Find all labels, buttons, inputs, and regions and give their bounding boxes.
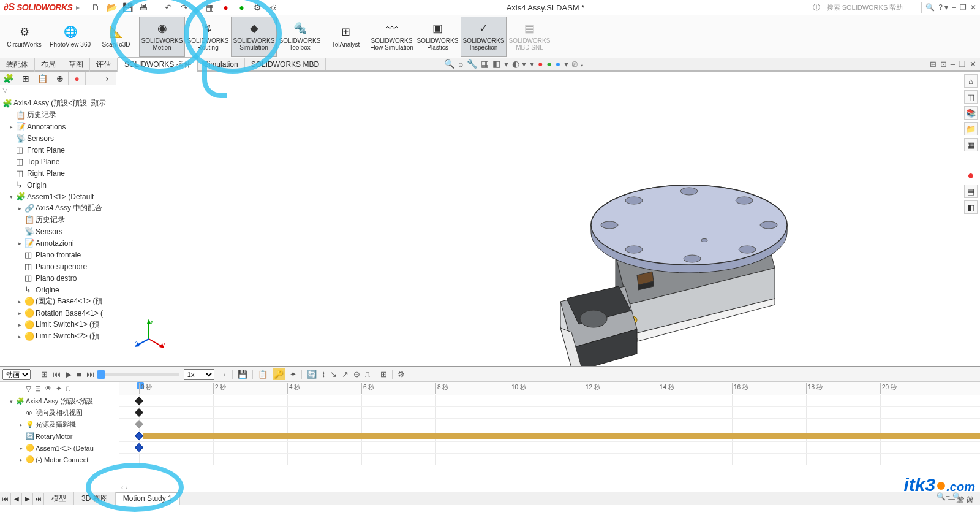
bottom-tab-2[interactable]: Motion Study 1 (116, 492, 180, 505)
search-icon[interactable]: 🔍 (925, 3, 935, 12)
motion-type-select[interactable]: 动画 (2, 369, 31, 380)
close-icon[interactable]: ✕ (970, 3, 976, 12)
tree-item[interactable]: ◫Front Plane (0, 144, 116, 156)
redo-icon[interactable]: ↷ (179, 2, 189, 12)
print-icon[interactable]: 🖶 (138, 2, 148, 12)
ribbon-photoview-360[interactable]: 🌐PhotoView 360 (47, 17, 93, 57)
tree-item[interactable]: ◫Piano destro (0, 272, 116, 284)
orient-icon[interactable]: 👁 (45, 384, 52, 393)
force-icon[interactable]: ↗ (342, 370, 349, 379)
fm-tab-config[interactable]: ⊞ (17, 72, 34, 85)
search-help-input[interactable]: 搜索 SOLIDWORKS 帮助 (824, 2, 922, 13)
tree-item[interactable]: ↳Origin (0, 179, 116, 191)
tree-item[interactable]: ▸📝Annotations (0, 121, 116, 132)
keyframe[interactable] (135, 408, 143, 417)
stop-icon[interactable]: ■ (77, 370, 81, 379)
fm-tab-display[interactable]: ⊕ (51, 72, 69, 85)
tab-5[interactable]: Simulation (198, 58, 245, 70)
save-anim-icon[interactable]: 💾 (238, 370, 247, 379)
tab-next-icon[interactable]: ▶ (22, 493, 33, 505)
tab-prev-icon[interactable]: ◀ (11, 493, 22, 505)
restore-icon[interactable]: ❐ (960, 3, 967, 12)
tab-3[interactable]: 评估 (90, 58, 118, 72)
appearance-pane-icon[interactable]: ● (964, 169, 978, 182)
tab-4[interactable]: SOLIDWORKS 插件 (118, 57, 198, 73)
tree-item[interactable]: ◫Piano frontale (0, 249, 116, 261)
help-icon[interactable]: ? ▾ (938, 3, 948, 12)
timeline-row[interactable] (119, 442, 980, 454)
play-end-icon[interactable]: ⏭ (86, 370, 94, 379)
tree-item[interactable]: ▸🟡(固定) Base4<1> (預 (0, 295, 116, 307)
rebuild-icon[interactable]: ● (221, 2, 230, 12)
explorer-icon[interactable]: 📁 (964, 122, 978, 135)
timeline-row[interactable] (119, 430, 980, 442)
tree-item[interactable]: ▸🟡Limit Switch<2> (預 (0, 330, 116, 342)
x-icon[interactable]: ✕ (970, 59, 976, 69)
timeline-tree-item[interactable]: 🔄RotaryMotor (0, 430, 119, 442)
tab-6[interactable]: SOLIDWORKS MBD (245, 58, 326, 70)
tree-item[interactable]: ▸🟡Rotation Base4<1> ( (0, 307, 116, 319)
traffic-icon[interactable]: ● (236, 2, 246, 12)
timeline-row[interactable] (119, 419, 980, 430)
graphics-viewport[interactable]: y x z ⌂ ◫ 📚 📁 ▦ ● ▤ ◧ (116, 72, 980, 366)
gravity-icon[interactable]: ⊝ (353, 370, 360, 379)
view-palette-icon[interactable]: ▦ (964, 138, 978, 151)
timeline-tree-item[interactable]: ▸🟡Assem1<1> (Defau (0, 442, 119, 454)
tree-item[interactable]: 📡Sensors (0, 132, 116, 144)
custom-props-icon[interactable]: ▤ (964, 185, 978, 198)
home-icon[interactable]: ⌂ (964, 74, 978, 88)
scene-icon[interactable]: ▾ (530, 59, 534, 69)
timeline-tree-item[interactable]: ▸🟡(-) Motor Connecti (0, 454, 119, 465)
tree-item[interactable]: ↳Origine (0, 284, 116, 295)
ribbon-circuitworks[interactable]: ⚙CircuitWorks (1, 17, 47, 57)
addkey-icon[interactable]: ✦ (290, 370, 296, 379)
contact-icon[interactable]: ↘ (330, 370, 337, 379)
tab-2[interactable]: 草图 (62, 58, 90, 72)
tree-item[interactable]: ▸🟡Limit Switch<1> (預 (0, 319, 116, 330)
collapse-icon[interactable]: ⊟ (35, 384, 41, 393)
fm-tab-more-icon[interactable]: › (99, 72, 116, 85)
fm-filter[interactable]: ▽ · (0, 85, 116, 96)
save-icon[interactable]: 💾 (123, 2, 132, 12)
fm-tab-property[interactable]: 📋 (34, 72, 51, 85)
appearance-icon[interactable]: ● (538, 59, 543, 69)
tab-first-icon[interactable]: ⏮ (0, 493, 11, 505)
timeline-ruler[interactable]: 0 秒2 秒4 秒6 秒8 秒10 秒12 秒14 秒16 秒18 秒20 秒 (119, 382, 980, 395)
timeline-row[interactable] (119, 407, 980, 419)
motion-options-icon[interactable]: ⚙ (398, 370, 405, 379)
tree-item[interactable]: ◫Piano superiore (0, 261, 116, 272)
logo-dropdown-icon[interactable]: ▸ (76, 3, 80, 12)
tree-item[interactable]: ◫Right Plane (0, 167, 116, 179)
results-icon[interactable]: ⊞ (380, 370, 387, 379)
link-icon[interactable]: ⊡ (940, 59, 947, 69)
motor-icon[interactable]: 🔄 (307, 370, 317, 379)
tree-item[interactable]: 📡Sensors (0, 226, 116, 237)
calculate-icon[interactable]: ⊞ (41, 370, 48, 379)
tree-item[interactable]: ▾🧩Assem1<1> (Default (0, 191, 116, 202)
display-style-icon[interactable]: ▾ (504, 59, 508, 69)
ribbon-solidworks-plastics[interactable]: ▣SOLIDWORKS Plastics (415, 17, 461, 57)
view-orient-icon[interactable]: ◧ (492, 59, 500, 69)
hide-show-icon[interactable]: ◐ ▾ (512, 59, 526, 69)
options-icon[interactable]: ⚙ (252, 2, 262, 12)
box-icon[interactable]: ❐ (959, 59, 966, 69)
ribbon-solidworks-inspection[interactable]: ✓SOLIDWORKS Inspection (461, 17, 507, 57)
filter-icon[interactable]: ▽ (26, 384, 31, 393)
tree-gear-icon[interactable]: ⎍ (66, 384, 70, 393)
key-icon[interactable]: ✦ (56, 384, 62, 393)
render-icon[interactable]: ▾ (564, 59, 568, 69)
ribbon-tolanalyst[interactable]: ⊞TolAnalyst (323, 17, 369, 57)
timeline-tree-item[interactable]: ▸💡光源及攝影機 (0, 419, 119, 430)
timeline-area[interactable]: 0 秒2 秒4 秒6 秒8 秒10 秒12 秒14 秒16 秒18 秒20 秒 (119, 382, 980, 482)
ribbon-solidworks-flow-simulation[interactable]: 〰SOLIDWORKS Flow Simulation (369, 17, 415, 57)
fm-tab-tree[interactable]: 🧩 (0, 72, 17, 85)
section-icon[interactable]: ▦ (481, 59, 489, 69)
tree-item[interactable]: ◫Top Plane (0, 156, 116, 167)
library-icon[interactable]: 📚 (964, 106, 978, 120)
ribbon-solidworks-mbd-snl[interactable]: ▤SOLIDWORKS MBD SNL (507, 17, 552, 57)
play-icon[interactable]: ▶ (66, 370, 72, 379)
tab-0[interactable]: 装配体 (0, 58, 35, 72)
bottom-tab-0[interactable]: 模型 (44, 492, 74, 505)
keyframe[interactable] (135, 420, 143, 428)
timeline-row[interactable] (119, 454, 980, 465)
